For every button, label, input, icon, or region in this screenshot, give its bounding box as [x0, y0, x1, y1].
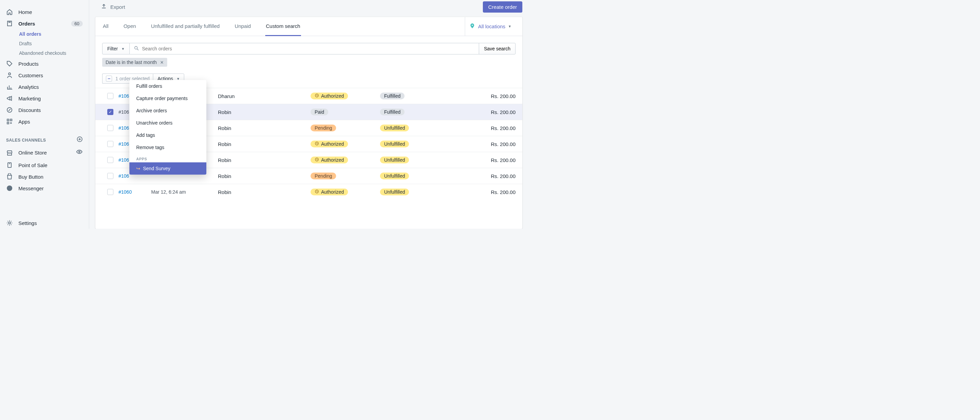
store-icon	[6, 149, 13, 156]
indeterminate-checkbox[interactable]: −	[106, 76, 112, 82]
payment-badge: Authorized	[310, 157, 348, 163]
channels-header: SALES CHANNELS	[0, 133, 89, 146]
order-customer: Robin	[218, 141, 310, 147]
order-customer: Robin	[218, 189, 310, 195]
nav-settings[interactable]: Settings	[0, 217, 89, 229]
menu-add-tags[interactable]: Add tags	[129, 129, 206, 141]
add-channel-icon[interactable]	[76, 136, 83, 144]
svg-point-6	[79, 151, 80, 152]
bar-chart-icon	[6, 83, 13, 90]
nav-analytics[interactable]: Analytics	[0, 81, 89, 93]
search-input[interactable]	[139, 43, 475, 54]
tag-icon	[6, 60, 13, 67]
menu-remove-tags[interactable]: Remove tags	[129, 141, 206, 154]
channel-online-store-label: Online Store	[18, 150, 76, 155]
orders-icon	[6, 20, 13, 27]
save-search-button[interactable]: Save search	[479, 43, 515, 54]
payment-badge: Authorized	[310, 189, 348, 195]
nav-analytics-label: Analytics	[18, 84, 83, 90]
export-button[interactable]: Export	[101, 3, 125, 11]
orders-table: Fulfill orders Capture order payments Ar…	[95, 88, 522, 229]
svg-point-9	[8, 222, 11, 224]
nav-home-label: Home	[18, 9, 83, 15]
search-wrap	[130, 43, 479, 54]
subnav-abandoned[interactable]: Abandoned checkouts	[19, 48, 89, 58]
create-order-button[interactable]: Create order	[483, 2, 522, 13]
home-icon	[6, 8, 13, 15]
locations-selector[interactable]: All locations ▼	[465, 17, 515, 36]
row-checkbox[interactable]	[107, 93, 113, 99]
row-checkbox[interactable]	[107, 141, 113, 147]
subnav-all-orders[interactable]: All orders	[19, 29, 89, 39]
menu-fulfill-orders[interactable]: Fulfill orders	[129, 80, 206, 92]
order-total: Rs. 200.00	[471, 173, 515, 179]
nav-customers-label: Customers	[18, 73, 83, 78]
fulfillment-badge: Unfulfilled	[380, 189, 409, 195]
channel-pos[interactable]: Point of Sale	[0, 159, 89, 171]
search-icon	[134, 46, 139, 52]
nav-marketing[interactable]: Marketing	[0, 93, 89, 104]
topbar: Export Create order	[89, 0, 528, 17]
channel-buy-button[interactable]: Buy Button	[0, 171, 89, 182]
menu-send-survey[interactable]: ↪ Send Survey	[129, 162, 206, 174]
fulfillment-badge: Unfulfilled	[380, 173, 409, 179]
channel-messenger[interactable]: Messenger	[0, 182, 89, 194]
nav-orders-label: Orders	[18, 21, 71, 27]
order-customer: Dharun	[218, 93, 310, 99]
payment-badge: Pending	[310, 173, 336, 179]
sidebar: Home Orders 60 All orders Drafts Abandon…	[0, 0, 89, 229]
tab-unfulfilled[interactable]: Unfulfilled and partially fulfilled	[150, 17, 220, 36]
export-icon	[101, 3, 107, 11]
tab-all[interactable]: All	[102, 17, 109, 36]
clock-icon	[315, 141, 319, 147]
chevron-down-icon: ▼	[508, 24, 511, 28]
order-total: Rs. 200.00	[471, 141, 515, 147]
payment-badge: Authorized	[310, 93, 348, 99]
nav-orders[interactable]: Orders 60	[0, 18, 89, 29]
row-checkbox[interactable]	[107, 189, 113, 195]
filter-label: Filter	[107, 46, 118, 51]
order-total: Rs. 200.00	[471, 125, 515, 131]
nav-apps[interactable]: Apps	[0, 116, 89, 127]
row-checkbox[interactable]	[107, 125, 113, 131]
order-customer: Robin	[218, 109, 310, 115]
tab-unpaid[interactable]: Unpaid	[234, 17, 251, 36]
row-checkbox[interactable]	[107, 173, 113, 179]
fulfillment-badge: Unfulfilled	[380, 157, 409, 163]
remove-filter-icon[interactable]: ✕	[160, 60, 164, 65]
nav-discounts[interactable]: Discounts	[0, 104, 89, 116]
menu-send-survey-label: Send Survey	[143, 166, 170, 171]
fulfillment-badge: Unfulfilled	[380, 141, 409, 147]
row-checkbox[interactable]	[107, 157, 113, 163]
order-customer: Robin	[218, 125, 310, 131]
nav-home[interactable]: Home	[0, 6, 89, 18]
order-total: Rs. 200.00	[471, 189, 515, 195]
order-customer: Robin	[218, 173, 310, 179]
tab-custom-search[interactable]: Custom search	[265, 17, 301, 36]
megaphone-icon	[6, 95, 13, 102]
filter-token-label: Date is in the last month	[105, 60, 157, 65]
menu-apps-header: APPS	[129, 154, 206, 162]
svg-point-0	[8, 73, 11, 75]
nav-products[interactable]: Products	[0, 58, 89, 70]
person-icon	[6, 72, 13, 79]
actions-menu: Fulfill orders Capture order payments Ar…	[129, 80, 206, 174]
menu-capture-payments[interactable]: Capture order payments	[129, 92, 206, 105]
channel-online-store[interactable]: Online Store	[0, 146, 89, 159]
subnav-drafts[interactable]: Drafts	[19, 39, 89, 48]
table-row[interactable]: #1060Mar 12, 6:24 amRobinAuthorizedUnful…	[95, 184, 522, 200]
filter-button[interactable]: Filter ▼	[102, 43, 130, 54]
tab-open[interactable]: Open	[123, 17, 137, 36]
order-total: Rs. 200.00	[471, 157, 515, 163]
menu-archive-orders[interactable]: Archive orders	[129, 105, 206, 117]
channel-buy-button-label: Buy Button	[18, 174, 83, 180]
row-checkbox[interactable]	[107, 109, 113, 115]
nav-discounts-label: Discounts	[18, 107, 83, 113]
nav-customers[interactable]: Customers	[0, 70, 89, 81]
eye-icon[interactable]	[76, 148, 83, 157]
channels-title: SALES CHANNELS	[6, 138, 46, 143]
order-id-link[interactable]: #1060	[118, 189, 151, 195]
channel-pos-label: Point of Sale	[18, 162, 83, 168]
orders-badge: 60	[71, 21, 83, 27]
menu-unarchive-orders[interactable]: Unarchive orders	[129, 117, 206, 129]
